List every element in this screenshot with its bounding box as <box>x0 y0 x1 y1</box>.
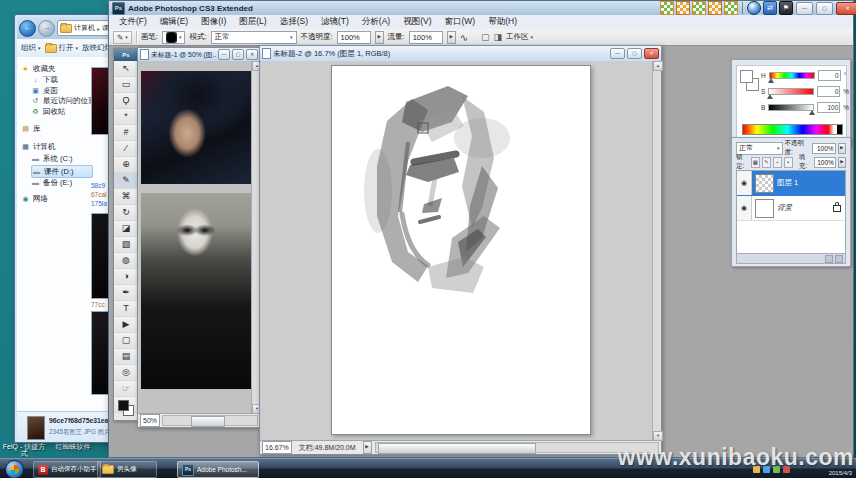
slider-knob[interactable] <box>767 94 773 99</box>
saturation-value-input[interactable]: 0 <box>817 86 840 97</box>
path-selection-tool[interactable]: ▶ <box>114 317 138 333</box>
hand-tool[interactable]: ☞ <box>114 381 138 397</box>
color-spectrum-ramp[interactable] <box>742 124 843 135</box>
open-button[interactable]: 打开 ▾ <box>45 43 79 53</box>
notes-tool[interactable]: ▤ <box>114 349 138 365</box>
layer-name[interactable]: 图层 1 <box>777 178 798 188</box>
brightness-value-input[interactable]: 100 <box>817 102 840 113</box>
pen-tool[interactable]: ✒ <box>114 285 138 301</box>
menu-window[interactable]: 窗口(W) <box>439 16 482 28</box>
hue-slider[interactable] <box>769 72 815 79</box>
file-name[interactable]: 175la <box>91 200 107 207</box>
scroll-thumb[interactable] <box>378 443 535 454</box>
opacity-input[interactable]: 100% <box>337 31 371 44</box>
desktop-icon-feiq[interactable]: FeiQ - 快捷方式 <box>2 443 46 457</box>
palette-well-icon[interactable]: ▢ <box>481 32 490 42</box>
delete-layer-button[interactable] <box>835 255 843 263</box>
menu-edit[interactable]: 编辑(E) <box>154 16 194 28</box>
layer-thumbnail[interactable] <box>755 174 774 193</box>
layer-row-layer1[interactable]: ◉ 图层 1 <box>737 171 845 196</box>
doc1-horizontal-scrollbar[interactable] <box>162 415 258 426</box>
eyedropper-tool[interactable]: ◎ <box>114 365 138 381</box>
foreground-color-swatch[interactable] <box>118 400 129 411</box>
recorder-grid-icon[interactable] <box>692 1 706 15</box>
tool-palette-header[interactable]: Ps <box>114 49 138 61</box>
start-button[interactable] <box>5 460 24 478</box>
compass-icon[interactable] <box>747 1 761 15</box>
fill-slider-button[interactable]: ▶ <box>838 157 846 168</box>
sidebar-item-network[interactable]: ◉网络 <box>21 193 48 204</box>
flag-icon[interactable]: ⚑ <box>779 1 793 15</box>
forward-button[interactable]: → <box>38 20 55 37</box>
layer-row-background[interactable]: ◉ 背景 <box>737 196 845 221</box>
menu-file[interactable]: 文件(F) <box>113 16 153 28</box>
shape-tool[interactable]: ▢ <box>114 333 138 349</box>
move-tool[interactable]: ↖ <box>114 61 138 77</box>
workspace-button[interactable]: 工作区 ▾ <box>506 32 533 42</box>
taskbar-item-photoshop[interactable]: Ps Adobe Photosh... <box>177 461 259 478</box>
maximize-button[interactable]: ▢ <box>816 2 833 15</box>
taskbar-item-folder[interactable]: 男头像 <box>97 461 157 478</box>
file-name[interactable]: 67cal <box>91 191 107 198</box>
file-name[interactable]: 77cc <box>91 301 105 308</box>
history-brush-tool[interactable]: ↻ <box>114 205 138 221</box>
menu-analysis[interactable]: 分析(A) <box>356 16 396 28</box>
foreground-color-swatch[interactable] <box>740 70 753 83</box>
organize-button[interactable]: 组织 ▾ <box>21 43 41 53</box>
menu-view[interactable]: 视图(V) <box>397 16 437 28</box>
lock-all-icon[interactable]: ▪ <box>784 157 793 168</box>
fill-input[interactable]: 100% <box>814 157 836 168</box>
crop-tool[interactable]: # <box>114 125 138 141</box>
back-button[interactable]: ← <box>19 20 36 37</box>
flow-input[interactable]: 100% <box>409 31 443 44</box>
sketch-canvas[interactable] <box>331 65 591 435</box>
type-tool[interactable]: T <box>114 301 138 317</box>
menu-help[interactable]: 帮助(H) <box>482 16 523 28</box>
sidebar-item-drive-e[interactable]: ▬备份 (E:) <box>31 177 72 188</box>
close-button[interactable]: ✕ <box>644 48 659 59</box>
sidebar-item-downloads[interactable]: ↓下载 <box>31 74 58 85</box>
airbrush-icon[interactable]: ∿ <box>460 32 468 43</box>
hue-value-input[interactable]: 0 <box>818 70 841 81</box>
close-button[interactable]: ✕ <box>246 49 258 60</box>
scroll-thumb[interactable] <box>191 416 225 427</box>
desktop-icon-redspider[interactable]: 红蜘蛛软件 <box>48 443 98 450</box>
lock-paint-icon[interactable]: ✎ <box>762 157 771 168</box>
tool-preset-picker[interactable]: ✎ ▾ <box>113 31 132 44</box>
brightness-slider[interactable] <box>768 104 814 111</box>
gradient-tool[interactable]: ▧ <box>114 237 138 253</box>
opacity-slider-button[interactable]: ▶ <box>838 143 846 154</box>
minimize-button[interactable]: — <box>218 49 230 60</box>
recorder-grid-icon[interactable] <box>676 1 690 15</box>
recorder-grid-icon[interactable] <box>708 1 722 15</box>
sidebar-item-favorites[interactable]: ★收藏夹 <box>21 63 56 74</box>
doc1-titlebar[interactable]: 未标题-1 @ 50% (图... — ▢ ✕ <box>138 48 260 62</box>
dodge-tool[interactable]: ◑ <box>114 269 138 285</box>
doc2-titlebar[interactable]: 未标题-2 @ 16.7% (图层 1, RGB/8) — ▢ ✕ <box>260 46 661 62</box>
menu-select[interactable]: 选择(S) <box>274 16 314 28</box>
sidebar-item-computer[interactable]: ▦计算机 <box>21 141 56 152</box>
blur-tool[interactable]: ◍ <box>114 253 138 269</box>
quick-selection-tool[interactable]: * <box>114 109 138 125</box>
menu-filter[interactable]: 滤镜(T) <box>315 16 355 28</box>
lasso-tool[interactable]: Ϙ <box>114 93 138 109</box>
breadcrumb-computer[interactable]: 计算机 <box>74 23 95 33</box>
visibility-eye-icon[interactable]: ◉ <box>737 196 752 220</box>
scroll-up-icon[interactable]: ▲ <box>653 61 663 71</box>
sidebar-item-drive-c[interactable]: ▬系统 (C:) <box>31 153 73 164</box>
slice-tool[interactable]: ⁄ <box>114 141 138 157</box>
sidebar-item-libraries[interactable]: ▤库 <box>21 123 41 134</box>
file-name[interactable]: 58c9 <box>91 182 105 189</box>
menu-image[interactable]: 图像(I) <box>195 16 232 28</box>
menu-layer[interactable]: 图层(L) <box>233 16 272 28</box>
saturation-slider[interactable] <box>768 88 814 95</box>
recorder-grid-icon[interactable] <box>724 1 738 15</box>
doc2-vertical-scrollbar[interactable]: ▲ ▼ <box>652 61 661 441</box>
flow-slider-button[interactable]: ▶ <box>447 31 456 44</box>
clone-stamp-tool[interactable]: ⌘ <box>114 189 138 205</box>
maximize-button[interactable]: ▢ <box>232 49 244 60</box>
lock-transparency-icon[interactable]: ▦ <box>751 157 760 168</box>
bridge-icon[interactable]: ◨ <box>494 32 503 42</box>
transfer-icon[interactable]: ⇄ <box>763 1 777 15</box>
close-button[interactable]: ✕ <box>836 2 856 15</box>
